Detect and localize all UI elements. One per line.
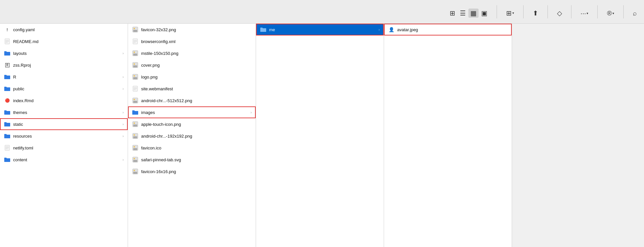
svg-point-10 — [134, 28, 135, 29]
file-icon — [132, 121, 139, 127]
svg-point-42 — [134, 158, 135, 159]
file-name-label: config.yaml — [13, 27, 124, 32]
list-item[interactable]: netlify.toml — [0, 142, 128, 154]
list-item[interactable]: content› — [0, 154, 128, 166]
list-item[interactable]: favicon-32x32.png — [128, 24, 256, 35]
gallery-view-button[interactable]: ▣ — [479, 9, 489, 18]
tag-button[interactable]: ◇ — [555, 9, 564, 18]
grid-view-button[interactable]: ⊞ — [448, 9, 457, 18]
list-item[interactable]: logo.png — [128, 71, 256, 83]
chevron-right-icon: › — [378, 28, 380, 32]
list-item[interactable]: images› — [128, 106, 256, 118]
list-item[interactable]: android-chr...-192x192.png — [128, 130, 256, 142]
toolbar: ⊞ ☰ ▦ ▣ ⊞ ▾ ⬆ ◇ — [0, 0, 644, 24]
svg-rect-32 — [133, 124, 137, 126]
file-name-label: zss.Rproj — [13, 63, 124, 68]
column-1: !config.yamlREADME.md layouts›🅁zss.Rproj… — [0, 24, 128, 247]
list-item[interactable]: 🔴index.Rmd — [0, 95, 128, 106]
list-item[interactable]: resources› — [0, 130, 128, 142]
file-icon — [132, 38, 139, 45]
more-icon: ··· — [581, 10, 586, 17]
svg-point-36 — [134, 134, 135, 136]
svg-point-45 — [134, 170, 135, 171]
list-item[interactable]: favicon-16x16.png — [128, 166, 256, 177]
list-item[interactable]: public› — [0, 83, 128, 95]
file-icon — [132, 85, 139, 92]
file-name-label: avatar.jpeg — [397, 27, 508, 32]
tag-group: ◇ — [555, 9, 564, 18]
chevron-right-icon: › — [122, 158, 124, 162]
folder-icon — [4, 133, 11, 139]
list-item[interactable]: 🅁zss.Rproj — [0, 59, 128, 71]
file-name-label: themes — [13, 110, 120, 115]
group-group: ⊞ ▾ — [504, 9, 516, 18]
list-view-button[interactable]: ☰ — [458, 9, 468, 18]
share-group: ⬆ — [531, 9, 540, 18]
share-button[interactable]: ⬆ — [531, 9, 540, 18]
separator-6 — [623, 5, 624, 18]
more-group: ··· ▾ — [579, 9, 590, 18]
group-chevron: ▾ — [512, 11, 514, 15]
back-button[interactable] — [5, 11, 9, 12]
group-button[interactable]: ⊞ ▾ — [504, 9, 516, 18]
file-name-label: cover.png — [141, 63, 252, 68]
separator-3 — [547, 5, 548, 18]
list-item[interactable]: favicon.ico — [128, 142, 256, 154]
separator-1 — [497, 5, 497, 18]
file-icon — [132, 133, 139, 139]
search-group: ⌕ — [631, 9, 639, 18]
file-name-label: R — [13, 75, 120, 79]
file-name-label: resources — [13, 134, 120, 139]
file-name-label: apple-touch-icon.png — [141, 122, 252, 127]
superright-icon: ® — [607, 10, 612, 17]
list-item[interactable]: safari-pinned-tab.svg — [128, 154, 256, 166]
chevron-right-icon: › — [122, 51, 124, 55]
superright-button[interactable]: ® ▾ — [605, 9, 616, 18]
file-name-label: content — [13, 157, 120, 162]
list-item[interactable]: 👤avatar.jpeg — [384, 24, 512, 35]
list-item[interactable]: android-chr...-512x512.png — [128, 95, 256, 106]
svg-rect-19 — [133, 65, 137, 67]
svg-rect-38 — [133, 148, 137, 150]
file-icon — [132, 62, 139, 68]
forward-button[interactable] — [12, 11, 16, 12]
avatar-icon: 👤 — [388, 26, 395, 33]
list-item[interactable]: layouts› — [0, 47, 128, 59]
separator-4 — [571, 5, 571, 18]
folder-icon — [4, 121, 11, 127]
more-button[interactable]: ··· ▾ — [579, 9, 590, 18]
list-item[interactable]: static› — [0, 118, 128, 130]
toolbar-actions: ⊞ ☰ ▦ ▣ ⊞ ▾ ⬆ ◇ — [448, 5, 639, 18]
more-chevron: ▾ — [587, 11, 588, 15]
list-item[interactable]: mstile-150x150.png — [128, 47, 256, 59]
chevron-right-icon: › — [122, 110, 124, 114]
file-icon — [132, 145, 139, 151]
list-item[interactable]: site.webmanifest — [128, 83, 256, 95]
list-item[interactable]: cover.png — [128, 59, 256, 71]
file-name-label: README.md — [13, 39, 124, 44]
file-icon — [132, 74, 139, 80]
folder-icon — [4, 85, 11, 92]
column-4: 👤avatar.jpeg — [384, 24, 512, 247]
file-name-label: static — [13, 122, 120, 127]
file-name-label: images — [141, 110, 248, 115]
list-item[interactable]: README.md — [0, 35, 128, 47]
list-item[interactable]: me› — [256, 24, 384, 35]
list-item[interactable]: browserconfig.xml — [128, 35, 256, 47]
search-button[interactable]: ⌕ — [631, 9, 639, 18]
svg-point-20 — [134, 63, 135, 65]
svg-rect-9 — [133, 30, 137, 32]
list-item[interactable]: R› — [0, 71, 128, 83]
column-view-button[interactable]: ▦ — [468, 9, 479, 18]
list-item[interactable]: themes› — [0, 106, 128, 118]
list-item[interactable]: apple-touch-icon.png — [128, 118, 256, 130]
file-name-label: safari-pinned-tab.svg — [141, 157, 252, 162]
group-icon: ⊞ — [506, 9, 512, 17]
file-icon — [132, 156, 139, 163]
file-name-label: public — [13, 86, 120, 91]
file-icon — [132, 50, 139, 56]
share-icon: ⬆ — [533, 9, 538, 17]
list-item[interactable]: !config.yaml — [0, 24, 128, 35]
column-2: favicon-32x32.pngbrowserconfig.xmlmstile… — [128, 24, 256, 247]
chevron-right-icon: › — [122, 75, 124, 79]
